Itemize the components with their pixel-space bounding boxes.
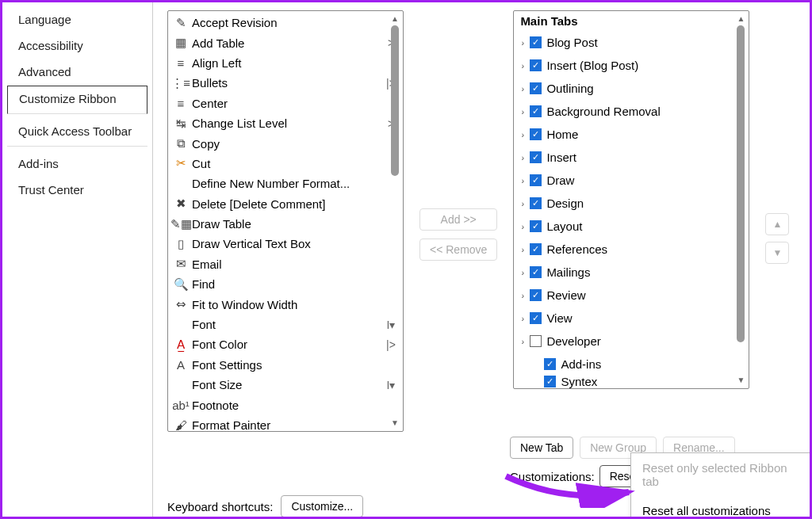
- tab-node-outlining[interactable]: ›✓Outlining: [514, 77, 749, 100]
- remove-button[interactable]: << Remove: [419, 239, 497, 261]
- sidebar-item-quick-access-toolbar[interactable]: Quick Access Toolbar: [7, 119, 147, 147]
- command-item[interactable]: ≡Center: [168, 93, 403, 113]
- command-item[interactable]: ⇔Fit to Window Width: [168, 294, 403, 314]
- checkbox[interactable]: [530, 335, 542, 347]
- tab-node-blog-post[interactable]: ›✓Blog Post: [514, 31, 749, 54]
- reset-all-customizations-item[interactable]: Reset all customizations: [631, 496, 812, 519]
- fit-width-icon: ⇔: [173, 296, 189, 312]
- command-item[interactable]: ✎Accept Revision: [168, 13, 403, 32]
- command-item[interactable]: FontI▾: [168, 315, 403, 334]
- expander-icon[interactable]: ›: [517, 291, 528, 300]
- expander-icon[interactable]: ›: [517, 199, 528, 208]
- checkbox[interactable]: ✓: [530, 312, 542, 324]
- expander-icon[interactable]: ›: [517, 153, 528, 162]
- sidebar-item-language[interactable]: Language: [7, 7, 147, 32]
- scroll-down-icon[interactable]: ▼: [736, 376, 745, 385]
- tab-node-review[interactable]: ›✓Review: [514, 284, 749, 307]
- checkbox[interactable]: ✓: [544, 358, 556, 370]
- sidebar-item-customize-ribbon[interactable]: Customize Ribbon: [7, 86, 147, 114]
- commands-listbox[interactable]: ✎Accept Revision▦Add Table>≡Align Left⋮≡…: [167, 10, 404, 432]
- tab-node-home[interactable]: ›✓Home: [514, 123, 749, 146]
- sidebar-item-advanced[interactable]: Advanced: [7, 59, 147, 84]
- checkbox[interactable]: ✓: [530, 289, 542, 301]
- tab-node-design[interactable]: ›✓Design: [514, 192, 749, 215]
- checkbox[interactable]: ✓: [544, 376, 556, 387]
- scroll-up-icon[interactable]: ▲: [736, 14, 745, 24]
- tab-node-layout[interactable]: ›✓Layout: [514, 215, 749, 238]
- expander-icon[interactable]: ›: [517, 107, 528, 116]
- command-item[interactable]: ✉Email: [168, 254, 403, 274]
- tab-node-mailings[interactable]: ›✓Mailings: [514, 261, 749, 284]
- command-label: Bullets: [192, 76, 379, 90]
- checkbox[interactable]: ✓: [530, 36, 542, 48]
- move-down-button[interactable]: ▼: [765, 242, 789, 264]
- commands-scrollbar[interactable]: ▲ ▼: [390, 14, 400, 428]
- command-item[interactable]: ✎▦Draw Table: [168, 214, 403, 234]
- command-item[interactable]: Font SizeI▾: [168, 375, 403, 395]
- checkbox[interactable]: ✓: [530, 128, 542, 140]
- checkbox[interactable]: ✓: [530, 220, 542, 232]
- command-item[interactable]: ▯Draw Vertical Text Box: [168, 234, 403, 254]
- sidebar-item-accessibility[interactable]: Accessibility: [7, 33, 147, 58]
- expander-icon[interactable]: ›: [517, 337, 528, 346]
- command-item[interactable]: ⋮≡Bullets|>: [168, 73, 403, 93]
- command-item[interactable]: ▦Add Table>: [168, 32, 403, 52]
- checkbox[interactable]: ✓: [530, 266, 542, 278]
- checkbox[interactable]: ✓: [530, 197, 542, 209]
- scroll-thumb[interactable]: [391, 25, 399, 176]
- checkbox[interactable]: ✓: [530, 151, 542, 163]
- command-label: Email: [192, 258, 403, 271]
- expander-icon[interactable]: ›: [517, 84, 528, 93]
- command-item[interactable]: ≡Align Left: [168, 53, 403, 73]
- command-item[interactable]: ✖Delete [Delete Comment]: [168, 194, 403, 214]
- tab-node-insert[interactable]: ›✓Insert: [514, 146, 749, 169]
- tab-node-add-ins[interactable]: ✓Add-ins: [514, 353, 749, 376]
- command-item[interactable]: AFont Settings: [168, 355, 403, 375]
- command-label: Change List Level: [192, 116, 379, 130]
- checkbox[interactable]: ✓: [530, 82, 542, 94]
- list-level-icon: ↹: [173, 116, 189, 132]
- checkbox[interactable]: ✓: [530, 105, 542, 117]
- expander-icon[interactable]: ›: [517, 268, 528, 277]
- checkbox[interactable]: ✓: [530, 174, 542, 186]
- command-label: Font Size: [192, 378, 379, 391]
- checkbox[interactable]: ✓: [530, 59, 542, 71]
- customize-shortcuts-button[interactable]: Customize...: [281, 495, 363, 517]
- command-item[interactable]: ⧉Copy: [168, 133, 403, 153]
- expander-icon[interactable]: ›: [517, 245, 528, 254]
- scroll-thumb[interactable]: [737, 25, 745, 342]
- tabs-scrollbar[interactable]: ▲ ▼: [736, 14, 745, 385]
- scroll-up-icon[interactable]: ▲: [390, 14, 400, 24]
- tab-node-syntex[interactable]: ✓Syntex: [514, 376, 749, 387]
- expander-icon[interactable]: ›: [517, 176, 528, 185]
- scroll-down-icon[interactable]: ▼: [390, 418, 400, 428]
- sidebar-item-trust-center[interactable]: Trust Center: [7, 177, 147, 202]
- command-item[interactable]: 🔍Find: [168, 274, 403, 294]
- expander-icon[interactable]: ›: [517, 314, 528, 323]
- tab-node-background-removal[interactable]: ›✓Background Removal: [514, 100, 749, 123]
- add-button[interactable]: Add >>: [419, 208, 497, 231]
- command-item[interactable]: ↹Change List Level>: [168, 113, 403, 133]
- tab-node-insert-blog-post-[interactable]: ›✓Insert (Blog Post): [514, 54, 749, 77]
- tab-node-view[interactable]: ›✓View: [514, 307, 749, 330]
- expander-icon[interactable]: ›: [517, 222, 528, 231]
- command-item[interactable]: ✂Cut: [168, 154, 403, 174]
- tab-node-references[interactable]: ›✓References: [514, 238, 749, 261]
- new-tab-button[interactable]: New Tab: [510, 437, 573, 459]
- command-label: Cut: [192, 157, 403, 170]
- command-label: Find: [192, 277, 403, 291]
- command-item[interactable]: 🖌Format Painter: [168, 415, 403, 432]
- move-up-button[interactable]: ▲: [765, 213, 789, 235]
- tab-node-developer[interactable]: ›Developer: [514, 330, 749, 353]
- command-item[interactable]: ab¹Footnote: [168, 395, 403, 414]
- sidebar-item-add-ins[interactable]: Add-ins: [7, 151, 147, 176]
- command-item[interactable]: Define New Number Format...: [168, 174, 403, 193]
- expander-icon[interactable]: ›: [517, 61, 528, 71]
- checkbox[interactable]: ✓: [530, 243, 542, 255]
- tab-node-draw[interactable]: ›✓Draw: [514, 169, 749, 192]
- command-item[interactable]: A̲Font Color|>: [168, 334, 403, 354]
- keyboard-shortcuts-label: Keyboard shortcuts:: [167, 500, 273, 513]
- expander-icon[interactable]: ›: [517, 130, 528, 139]
- expander-icon[interactable]: ›: [517, 38, 528, 48]
- main-tabs-listbox[interactable]: Main Tabs ›✓Blog Post›✓Insert (Blog Post…: [513, 10, 749, 389]
